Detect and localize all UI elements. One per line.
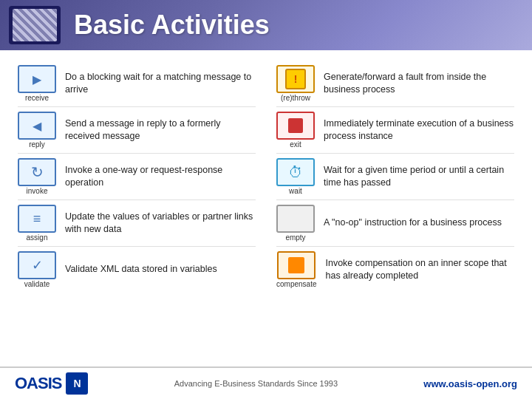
list-item: compensate Invoke compensation on an inn… <box>273 247 517 293</box>
rethrow-label: (re)throw <box>281 94 310 102</box>
invoke-label: invoke <box>27 187 48 195</box>
wait-text: Wait for a given time period or until a … <box>324 164 514 190</box>
reply-icon-wrapper: reply <box>18 112 56 149</box>
assign-icon <box>18 205 56 233</box>
header-logo <box>9 6 61 44</box>
exit-text: Immediately terminate execution of a bus… <box>324 117 514 143</box>
rethrow-icon-inner: ! <box>285 69 306 89</box>
assign-label: assign <box>27 233 48 242</box>
exit-label: exit <box>290 140 301 149</box>
footer-logo: OASIS N <box>15 372 88 395</box>
validate-text: Validate XML data stored in variables <box>65 263 217 276</box>
logo-graphic <box>13 9 57 41</box>
rethrow-icon-wrapper: ! (re)throw <box>276 65 315 102</box>
rethrow-icon: ! <box>276 65 315 93</box>
assign-icon-wrapper: assign <box>18 205 56 242</box>
wait-icon <box>276 158 315 186</box>
exit-icon <box>276 112 315 140</box>
oasis-wordmark: OASIS <box>15 374 61 393</box>
list-item: receive Do a blocking wait for a matchin… <box>15 61 259 106</box>
reply-text: Send a message in reply to a formerly re… <box>65 117 256 143</box>
compensate-label: compensate <box>276 280 316 288</box>
compensate-icon-wrapper: compensate <box>276 251 316 288</box>
list-item: exit Immediately terminate execution of … <box>273 107 517 153</box>
empty-label: empty <box>285 233 305 242</box>
list-item: validate Validate XML data stored in var… <box>15 247 259 293</box>
invoke-icon <box>18 158 56 186</box>
header: Basic Activities <box>0 0 532 50</box>
compensate-icon <box>277 251 316 279</box>
compensate-text: Invoke compensation on an inner scope th… <box>325 257 514 283</box>
reply-icon <box>18 112 56 140</box>
list-item: empty A "no-op" instruction for a busine… <box>273 200 517 246</box>
right-column: ! (re)throw Generate/forward a fault fro… <box>273 61 517 293</box>
footer: OASIS N Advancing E-Business Standards S… <box>0 366 532 399</box>
invoke-icon-wrapper: invoke <box>18 158 56 195</box>
rethrow-text: Generate/forward a fault from inside the… <box>324 71 514 97</box>
exit-icon-inner <box>288 118 303 133</box>
receive-label: receive <box>25 94 49 102</box>
left-column: receive Do a blocking wait for a matchin… <box>15 61 259 293</box>
validate-label: validate <box>24 280 50 288</box>
list-item: invoke Invoke a one-way or request-respo… <box>15 154 259 200</box>
compensate-icon-inner <box>288 257 304 273</box>
page-title: Basic Activities <box>74 10 270 41</box>
main-content: receive Do a blocking wait for a matchin… <box>0 50 532 296</box>
wait-label: wait <box>289 187 302 195</box>
receive-icon <box>18 65 56 93</box>
footer-url: www.oasis-open.org <box>423 378 517 389</box>
validate-icon-wrapper: validate <box>18 251 56 288</box>
empty-icon-wrapper: empty <box>276 205 315 242</box>
wait-icon-wrapper: wait <box>276 158 315 195</box>
receive-text: Do a blocking wait for a matching messag… <box>65 71 256 97</box>
invoke-text: Invoke a one-way or request-response ope… <box>65 164 256 190</box>
assign-text: Update the values of variables or partne… <box>65 211 256 236</box>
receive-icon-wrapper: receive <box>18 65 56 102</box>
validate-icon <box>18 251 56 279</box>
exit-icon-wrapper: exit <box>276 112 315 149</box>
footer-tagline: Advancing E-Business Standards Since 199… <box>103 379 409 388</box>
empty-icon <box>276 205 315 233</box>
list-item: assign Update the values of variables or… <box>15 200 259 246</box>
empty-text: A "no-op" instruction for a business pro… <box>324 216 502 230</box>
list-item: wait Wait for a given time period or unt… <box>273 154 517 200</box>
reply-label: reply <box>29 140 45 149</box>
oasis-icon: N <box>66 372 88 395</box>
activities-grid: receive Do a blocking wait for a matchin… <box>15 61 517 293</box>
list-item: reply Send a message in reply to a forme… <box>15 107 259 153</box>
list-item: ! (re)throw Generate/forward a fault fro… <box>273 61 517 106</box>
